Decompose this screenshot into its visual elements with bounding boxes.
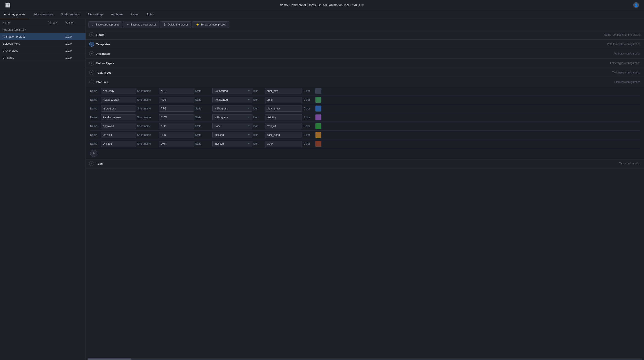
save-new-btn[interactable]: ＋ Save as a new preset: [123, 21, 159, 28]
icon-field-3[interactable]: visibility: [265, 114, 302, 120]
set-primary-btn[interactable]: ⚡ Set as primary preset: [192, 21, 229, 28]
sidebar-item-default[interactable]: <default (built-in)>: [0, 26, 86, 33]
horizontal-scrollbar[interactable]: [86, 358, 644, 360]
icon-field-1[interactable]: timer: [265, 97, 302, 103]
sidebar: Name Primary Version <default (built-in)…: [0, 19, 86, 360]
short-label-4: Short name: [136, 125, 158, 128]
color-swatch-6[interactable]: [315, 141, 322, 147]
roots-title: Roots: [96, 33, 104, 36]
name-field-1[interactable]: Ready to start: [101, 97, 136, 103]
task-types-desc: Task types configuration: [612, 71, 640, 74]
color-swatch-3[interactable]: [315, 114, 322, 120]
section-folder-types: › Folder Types Folder types configuratio…: [86, 58, 644, 68]
preset-version-animation: 1.0.0: [65, 35, 83, 38]
section-templates-header[interactable]: › Templates Path templates configuration: [86, 39, 644, 49]
state-label-3: State: [194, 116, 212, 119]
state-select-4[interactable]: Done ▼: [212, 123, 252, 129]
color-swatch-1[interactable]: [315, 97, 322, 103]
copy-icon[interactable]: ⧉: [362, 3, 364, 7]
tab-roles[interactable]: Roles: [142, 10, 158, 19]
tab-studio-settings[interactable]: Studio settings: [57, 10, 84, 19]
preset-name-vfx: VFX project: [3, 49, 48, 52]
add-status-btn[interactable]: +: [90, 150, 97, 157]
state-select-2[interactable]: In Progress ▼: [212, 105, 252, 112]
state-value-6: Blocked: [214, 142, 224, 145]
col-name-header: Name: [3, 21, 48, 24]
content-area: ✓ Save current preset ＋ Save as a new pr…: [86, 19, 644, 360]
scroll-thumb: [88, 359, 132, 360]
sidebar-list: <default (built-in)> Animation project 1…: [0, 26, 86, 360]
name-field-5[interactable]: On hold: [101, 132, 136, 138]
state-select-5[interactable]: Blocked ▼: [212, 132, 252, 138]
color-swatch-0[interactable]: [315, 88, 322, 94]
col-version-header: Version: [65, 21, 83, 24]
icon-field-0[interactable]: fiber_new: [265, 88, 302, 94]
icon-label-4: Icon: [252, 125, 264, 128]
state-arrow-1: ▼: [248, 98, 250, 101]
state-select-6[interactable]: Blocked ▼: [212, 141, 252, 147]
name-field-0[interactable]: Not ready: [101, 88, 136, 94]
color-swatch-4[interactable]: [315, 123, 322, 129]
name-field-6[interactable]: Omitted: [101, 141, 136, 147]
section-statuses-header[interactable]: › Statuses Statuses configuration: [86, 77, 644, 87]
sidebar-item-animation[interactable]: Animation project 1.0.0: [0, 33, 86, 40]
state-value-2: In Progress: [214, 107, 228, 110]
name-label-4: Name: [89, 125, 100, 128]
short-field-1[interactable]: RDY: [159, 97, 194, 103]
state-value-4: Done: [214, 125, 221, 128]
nav-tabs: Anatomy presets Addon versions Studio se…: [0, 10, 644, 19]
short-field-4[interactable]: APP: [159, 123, 194, 129]
templates-title: Templates: [96, 43, 110, 46]
section-task-types-header[interactable]: › Task Types Task types configuration: [86, 68, 644, 77]
grid-menu-btn[interactable]: [4, 3, 12, 7]
short-label-0: Short name: [136, 89, 158, 92]
tab-anatomy-presets[interactable]: Anatomy presets: [0, 10, 30, 19]
state-arrow-2: ▼: [248, 107, 250, 110]
state-value-0: Not Started: [214, 89, 228, 92]
short-label-1: Short name: [136, 98, 158, 101]
state-select-3[interactable]: In Progress ▼: [212, 114, 252, 120]
roots-desc: Setup root paths for the project: [604, 33, 640, 36]
icon-field-4[interactable]: task_alt: [265, 123, 302, 129]
delete-btn[interactable]: 🗑 Delete the preset: [160, 21, 191, 28]
sidebar-item-vfx[interactable]: VFX project 1.0.0: [0, 47, 86, 54]
folder-types-title: Folder Types: [96, 61, 114, 65]
short-field-3[interactable]: RVW: [159, 114, 194, 120]
state-select-0[interactable]: Not Started ▼: [212, 88, 252, 94]
icon-field-2[interactable]: play_arrow: [265, 105, 302, 112]
tab-site-settings[interactable]: Site settings: [84, 10, 107, 19]
state-label-5: State: [194, 133, 212, 136]
tab-addon-versions[interactable]: Addon versions: [30, 10, 57, 19]
short-label-5: Short name: [136, 133, 158, 136]
name-field-3[interactable]: Pending review: [101, 114, 136, 120]
state-value-5: Blocked: [214, 133, 224, 136]
sidebar-item-vp[interactable]: VP stage 1.0.0: [0, 54, 86, 61]
short-field-5[interactable]: HLD: [159, 132, 194, 138]
section-folder-types-header[interactable]: › Folder Types Folder types configuratio…: [86, 58, 644, 68]
name-label-6: Name: [89, 142, 100, 145]
tab-users[interactable]: Users: [127, 10, 142, 19]
short-field-0[interactable]: NRD: [159, 88, 194, 94]
short-field-2[interactable]: PRG: [159, 105, 194, 112]
section-attributes-header[interactable]: › Attributes Attributes configuration: [86, 49, 644, 58]
sidebar-item-episodic[interactable]: Episodic VFX 1.0.0: [0, 40, 86, 47]
section-roots-header[interactable]: › Roots Setup root paths for the project: [86, 30, 644, 39]
breadcrumb: demo_Commercial / shots / sh050 / animat…: [280, 3, 364, 7]
color-swatch-5[interactable]: [315, 132, 322, 138]
preset-version-vfx: 1.0.0: [65, 49, 83, 52]
user-avatar[interactable]: 👤: [632, 2, 640, 8]
state-select-1[interactable]: Not Started ▼: [212, 97, 252, 103]
tab-attributes[interactable]: Attributes: [107, 10, 127, 19]
save-current-btn[interactable]: ✓ Save current preset: [88, 21, 122, 28]
icon-field-5[interactable]: back_hand: [265, 132, 302, 138]
statuses-title: Statuses: [96, 80, 108, 84]
color-label-1: Color: [303, 98, 315, 101]
section-tags-header[interactable]: › Tags Tags configuration: [86, 159, 644, 168]
icon-field-6[interactable]: block: [265, 141, 302, 147]
color-swatch-2[interactable]: [315, 105, 322, 112]
color-label-6: Color: [303, 142, 315, 145]
name-field-4[interactable]: Approved: [101, 123, 136, 129]
short-field-6[interactable]: OMT: [159, 141, 194, 147]
name-field-2[interactable]: In progress: [101, 105, 136, 112]
icon-label-6: Icon: [252, 142, 264, 145]
